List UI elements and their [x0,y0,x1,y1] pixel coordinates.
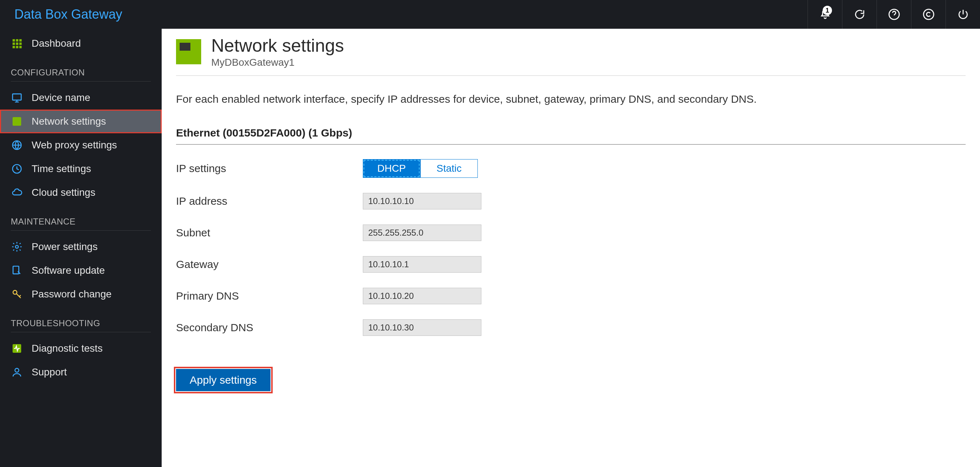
page-title: Network settings [211,35,344,56]
sidebar-item-time-settings[interactable]: Time settings [0,157,162,181]
input-ip-address: 10.10.10.10 [363,193,481,210]
svg-rect-6 [16,42,18,45]
input-subnet: 255.255.255.0 [363,224,481,241]
label-ip-address: IP address [176,195,363,207]
ip-settings-toggle: DHCP Static [363,159,478,178]
sidebar-item-label: Diagnostic tests [32,343,103,354]
sidebar-item-cloud-settings[interactable]: Cloud settings [0,181,162,204]
notification-badge: 1 [822,6,832,15]
monitor-icon [11,92,23,104]
update-icon [11,264,23,276]
globe-icon [11,139,23,151]
input-primary-dns: 10.10.10.20 [363,288,481,304]
svg-rect-12 [13,117,21,126]
sidebar-item-device-name[interactable]: Device name [0,86,162,110]
refresh-icon [854,8,866,21]
copyright-icon [923,8,935,21]
power-icon [957,8,969,21]
svg-rect-9 [16,46,18,49]
topbar: Data Box Gateway 1 [0,0,980,29]
svg-point-17 [13,290,17,294]
toggle-dhcp[interactable]: DHCP [363,159,420,178]
row-subnet: Subnet 255.255.255.0 [176,224,966,241]
person-icon [11,366,23,378]
sidebar-section-configuration: CONFIGURATION [11,55,151,81]
label-subnet: Subnet [176,227,363,239]
refresh-button[interactable] [842,0,877,29]
clock-icon [11,163,23,175]
page-header: Network settings MyDBoxGateway1 [176,35,966,76]
label-gateway: Gateway [176,258,363,270]
label-ip-settings: IP settings [176,162,363,175]
sidebar-item-password-change[interactable]: Password change [0,282,162,306]
sidebar-item-label: Password change [32,289,112,300]
pulse-icon [11,342,23,354]
svg-point-19 [15,368,19,372]
sidebar-section-troubleshooting: TROUBLESHOOTING [11,306,151,332]
copyright-button[interactable] [911,0,945,29]
sidebar-item-label: Power settings [32,241,98,253]
cloud-icon [11,186,23,199]
row-primary-dns: Primary DNS 10.10.10.20 [176,288,966,304]
sidebar-item-label: Software update [32,265,105,276]
apply-settings-button[interactable]: Apply settings [176,369,270,391]
svg-rect-4 [19,39,22,42]
sidebar-item-label: Cloud settings [32,187,95,198]
svg-point-15 [16,245,18,248]
sidebar-item-label: Dashboard [32,38,81,49]
toggle-static[interactable]: Static [420,159,478,178]
page-description: For each enabled network interface, spec… [176,93,966,105]
gear-icon [11,241,23,253]
interface-heading: Ethernet (00155D2FA000) (1 Gbps) [176,127,966,145]
row-gateway: Gateway 10.10.10.1 [176,256,966,273]
sidebar-item-label: Web proxy settings [32,140,117,151]
label-primary-dns: Primary DNS [176,290,363,302]
network-settings-icon [176,39,201,64]
sidebar: Dashboard CONFIGURATION Device name Netw… [0,29,162,467]
svg-rect-3 [16,39,18,42]
svg-rect-10 [19,46,22,49]
row-secondary-dns: Secondary DNS 10.10.10.30 [176,319,966,336]
key-icon [11,288,23,300]
sidebar-item-network-settings[interactable]: Network settings [0,110,162,133]
sidebar-item-label: Device name [32,92,90,103]
sidebar-item-dashboard[interactable]: Dashboard [0,32,162,55]
sidebar-item-support[interactable]: Support [0,360,162,384]
page-subtitle: MyDBoxGateway1 [211,57,344,68]
sidebar-section-maintenance: MAINTENANCE [11,204,151,230]
svg-rect-11 [13,94,21,100]
sidebar-item-power-settings[interactable]: Power settings [0,235,162,259]
svg-rect-8 [13,46,15,49]
input-secondary-dns: 10.10.10.30 [363,319,481,336]
network-icon [11,115,23,127]
row-ip-address: IP address 10.10.10.10 [176,193,966,210]
row-ip-settings: IP settings DHCP Static [176,159,966,178]
sidebar-item-diagnostic-tests[interactable]: Diagnostic tests [0,337,162,360]
power-button[interactable] [945,0,980,29]
help-button[interactable] [877,0,911,29]
sidebar-item-label: Network settings [32,116,106,127]
brand-title: Data Box Gateway [14,7,122,22]
sidebar-item-web-proxy[interactable]: Web proxy settings [0,133,162,157]
topbar-actions: 1 [808,0,980,29]
notifications-button[interactable]: 1 [808,0,842,29]
svg-point-1 [923,10,933,19]
help-icon [888,8,900,21]
svg-rect-5 [13,42,15,45]
svg-rect-16 [13,266,19,274]
sidebar-item-label: Support [32,367,67,378]
svg-rect-7 [19,42,22,45]
sidebar-item-label: Time settings [32,163,91,175]
grid-icon [11,37,23,49]
label-secondary-dns: Secondary DNS [176,321,363,334]
main-content: Network settings MyDBoxGateway1 For each… [162,29,980,467]
sidebar-item-software-update[interactable]: Software update [0,259,162,282]
input-gateway: 10.10.10.1 [363,256,481,273]
svg-rect-2 [13,39,15,42]
